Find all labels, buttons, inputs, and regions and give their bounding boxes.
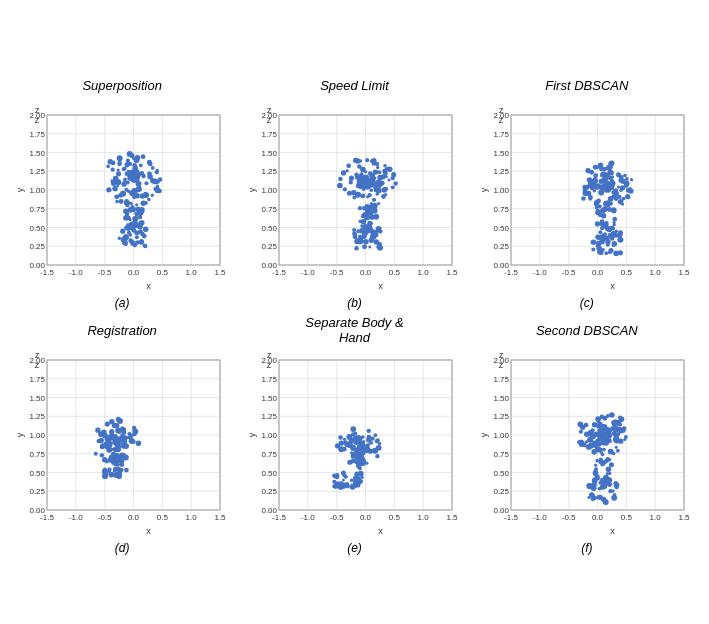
cell-e: Separate Body &Hand (e) [242,314,466,555]
label-c: (c) [580,296,594,310]
title-f: Second DBSCAN [536,314,638,346]
plot-b [247,103,462,293]
plot-a [15,103,230,293]
cell-d: Registration (d) [10,314,234,555]
title-a: Superposition [82,69,162,101]
label-d: (d) [115,541,130,555]
plot-f [479,348,694,538]
label-f: (f) [581,541,592,555]
cell-b: Speed Limit (b) [242,69,466,310]
label-b: (b) [347,296,362,310]
cell-a: Superposition (a) [10,69,234,310]
cell-c: First DBSCAN (c) [475,69,699,310]
title-c: First DBSCAN [545,69,628,101]
label-a: (a) [115,296,130,310]
plot-c [479,103,694,293]
label-e: (e) [347,541,362,555]
main-grid: Superposition (a) Speed Limit (b) First … [10,69,699,555]
title-d: Registration [87,314,156,346]
plot-e [247,348,462,538]
cell-f: Second DBSCAN (f) [475,314,699,555]
title-b: Speed Limit [320,69,389,101]
title-e: Separate Body &Hand [305,314,403,346]
plot-d [15,348,230,538]
